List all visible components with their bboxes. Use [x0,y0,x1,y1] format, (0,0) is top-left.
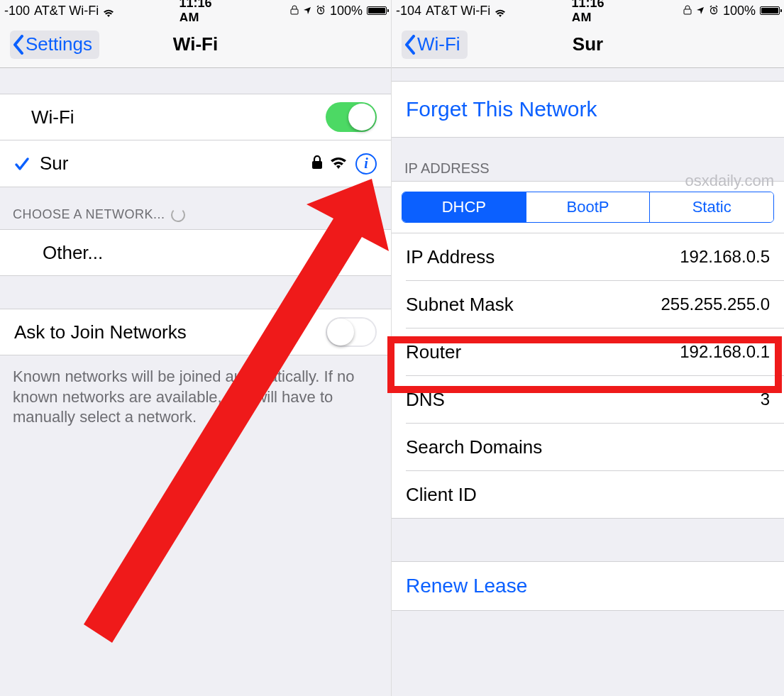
segment-bootp[interactable]: BootP [526,192,650,222]
search-domains-row[interactable]: Search Domains [392,424,784,470]
router-row: Router 192.168.0.1 [392,328,784,375]
wifi-settings-screen: -100 AT&T Wi-Fi 11:16 AM 100% [0,0,392,696]
svg-rect-2 [312,161,322,169]
other-network-row[interactable]: Other... [0,229,391,276]
carrier-label: AT&T Wi-Fi [426,4,490,18]
lock-icon [683,4,692,18]
ip-details-list: IP Address 192.168.0.5 Subnet Mask 255.2… [392,233,784,519]
ask-to-join-footer: Known networks will be joined automatica… [0,355,391,439]
location-icon [696,4,705,18]
location-icon [303,4,311,18]
svg-rect-3 [684,9,691,14]
dns-label: DNS [406,389,761,411]
alarm-icon [316,4,326,18]
nav-title: Wi-Fi [0,33,391,55]
ip-address-row: IP Address 192.168.0.5 [392,233,784,280]
ask-to-join-toggle[interactable] [326,317,377,347]
choose-network-header: CHOOSE A NETWORK... [0,187,391,229]
dns-row[interactable]: DNS 3 [392,376,784,423]
nav-bar: Settings Wi-Fi [0,21,391,68]
nav-title: Sur [392,33,784,55]
router-value: 192.168.0.1 [680,342,770,362]
segment-static[interactable]: Static [649,192,773,222]
ip-address-header: IP ADDRESS [404,160,490,177]
info-button[interactable]: i [355,153,377,175]
signal-strength: -100 [4,4,30,18]
nav-bar: Wi-Fi Sur [392,21,784,68]
forget-network-label: Forget This Network [406,97,770,121]
segment-dhcp[interactable]: DHCP [402,192,526,222]
lock-icon [290,4,299,18]
wifi-icon [103,6,114,15]
wifi-toggle-row: Wi-Fi [0,94,391,140]
renew-lease-button[interactable]: Renew Lease [392,561,784,611]
client-id-label: Client ID [406,484,770,506]
signal-strength: -104 [396,4,421,18]
wifi-toggle[interactable] [326,102,377,132]
ask-to-join-row: Ask to Join Networks [0,309,391,355]
lock-icon [311,153,330,175]
status-bar: -104 AT&T Wi-Fi 11:16 AM 100% [392,0,784,21]
battery-icon [760,6,780,15]
forget-network-button[interactable]: Forget This Network [392,81,784,138]
ip-address-value: 192.168.0.5 [680,247,770,267]
svg-rect-0 [291,9,298,14]
wifi-toggle-label: Wi-Fi [14,106,326,128]
choose-network-label: CHOOSE A NETWORK... [13,207,165,222]
battery-percent: 100% [723,4,756,18]
dns-value: 3 [761,390,770,409]
battery-icon [367,6,387,15]
ip-address-label: IP Address [406,246,680,268]
checkmark-icon [14,156,30,172]
network-name: Sur [40,153,311,175]
renew-lease-label: Renew Lease [406,575,770,597]
current-network-row[interactable]: Sur i [0,140,391,187]
battery-percent: 100% [330,4,363,18]
ask-to-join-label: Ask to Join Networks [14,321,326,343]
ip-config-segment[interactable]: DHCP BootP Static [402,192,774,223]
spinner-icon [171,208,185,222]
search-domains-label: Search Domains [406,436,770,458]
subnet-mask-label: Subnet Mask [406,294,661,316]
network-details-screen: -104 AT&T Wi-Fi 11:16 AM 100% [392,0,784,696]
watermark-text: osxdaily.com [685,172,774,190]
alarm-icon [709,4,719,18]
carrier-label: AT&T Wi-Fi [34,4,99,18]
status-bar: -100 AT&T Wi-Fi 11:16 AM 100% [0,0,391,21]
wifi-icon [495,6,506,15]
subnet-mask-value: 255.255.255.0 [661,294,770,314]
wifi-icon [330,153,355,175]
other-label: Other... [14,242,377,264]
client-id-row[interactable]: Client ID [392,471,784,518]
router-label: Router [406,341,680,363]
subnet-mask-row: Subnet Mask 255.255.255.0 [392,281,784,328]
